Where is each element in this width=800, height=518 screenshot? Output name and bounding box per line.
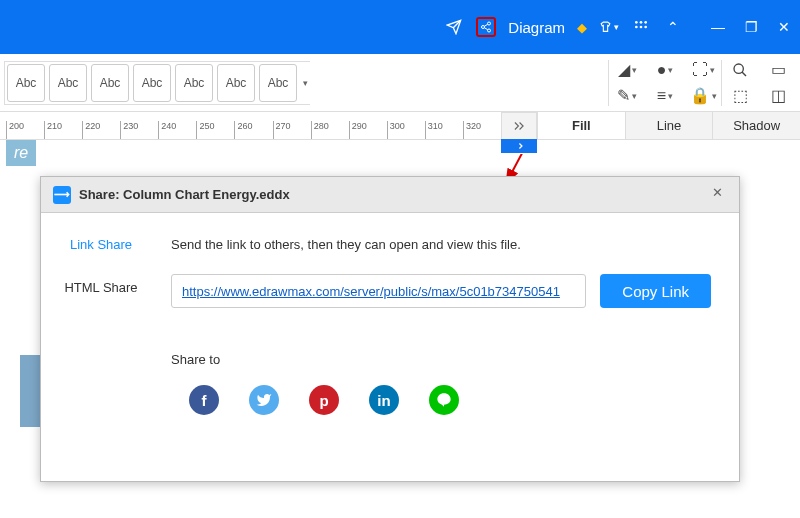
svg-point-1 — [482, 26, 485, 29]
share-url-input[interactable]: https://www.edrawmax.com/server/public/s… — [171, 274, 586, 308]
facebook-icon[interactable]: f — [189, 385, 219, 415]
ruler: 200210220230240250260270280290300310320 — [0, 112, 501, 140]
tab-fill[interactable]: Fill — [537, 112, 625, 139]
ruler-tick: 320 — [463, 121, 501, 139]
ruler-tick: 300 — [387, 121, 425, 139]
text-style-6[interactable]: Abc — [217, 64, 255, 102]
linkedin-icon[interactable]: in — [369, 385, 399, 415]
ruler-tick: 280 — [311, 121, 349, 139]
svg-point-0 — [488, 22, 491, 25]
crop-icon[interactable]: ⛶▾ — [693, 60, 713, 80]
zoom-selection-icon[interactable]: ◫ — [768, 86, 788, 106]
dialog-titlebar: ⟶ Share: Column Chart Energy.eddx ✕ — [41, 177, 739, 213]
ruler-tick: 260 — [234, 121, 272, 139]
sub-bar: 200210220230240250260270280290300310320 … — [0, 112, 800, 140]
text-style-7[interactable]: Abc — [259, 64, 297, 102]
close-window-button[interactable]: ✕ — [778, 20, 790, 34]
tab-line[interactable]: Line — [625, 112, 713, 139]
line-icon[interactable] — [429, 385, 459, 415]
copy-link-button[interactable]: Copy Link — [600, 274, 711, 308]
apps-icon[interactable] — [631, 17, 651, 37]
text-style-gallery: Abc Abc Abc Abc Abc Abc Abc ▾ — [4, 61, 310, 105]
share-to-label: Share to — [171, 352, 711, 367]
tab-shadow[interactable]: Shadow — [712, 112, 800, 139]
ruler-tick: 240 — [158, 121, 196, 139]
minimize-button[interactable]: — — [711, 20, 725, 34]
pen-icon[interactable]: ✎▾ — [617, 86, 637, 106]
text-style-1[interactable]: Abc — [7, 64, 45, 102]
send-icon[interactable] — [444, 17, 464, 37]
text-style-5[interactable]: Abc — [175, 64, 213, 102]
ruler-tick: 210 — [44, 121, 82, 139]
svg-line-10 — [511, 154, 596, 174]
share-icon[interactable] — [476, 17, 496, 37]
lineweight-icon[interactable]: ≡▾ — [655, 86, 675, 106]
app-logo-icon: ⟶ — [53, 186, 71, 204]
bucket-icon[interactable]: ◢▾ — [617, 60, 637, 80]
view-tools: ▭ ⬚ ◫ — [730, 60, 788, 106]
sidebar-html-share[interactable]: HTML Share — [64, 280, 137, 295]
titlebar-right: Diagram ◆ ▾ ⌃ — [444, 17, 683, 37]
share-description: Send the link to others, then they can o… — [171, 237, 711, 252]
svg-point-6 — [635, 26, 638, 29]
collapse-panel-button[interactable] — [501, 112, 537, 140]
svg-point-2 — [488, 29, 491, 32]
text-style-2[interactable]: Abc — [49, 64, 87, 102]
diagram-label[interactable]: Diagram — [508, 19, 565, 36]
share-dialog: ⟶ Share: Column Chart Energy.eddx ✕ Link… — [40, 176, 740, 482]
text-style-expand[interactable]: ▾ — [303, 78, 308, 88]
ruler-tick: 200 — [6, 121, 44, 139]
dialog-title: Share: Column Chart Energy.eddx — [79, 187, 699, 202]
svg-point-3 — [635, 21, 638, 24]
svg-point-9 — [734, 64, 743, 73]
panel-expand-arrow[interactable] — [501, 139, 537, 153]
shadow-icon[interactable]: ●▾ — [655, 60, 675, 80]
twitter-icon[interactable] — [249, 385, 279, 415]
svg-point-4 — [640, 21, 643, 24]
toolbar: Abc Abc Abc Abc Abc Abc Abc ▾ ◢▾ ●▾ ⛶▾ ✎… — [0, 54, 800, 112]
window-controls: — ❐ ✕ — [711, 20, 790, 34]
pinterest-icon[interactable]: p — [309, 385, 339, 415]
svg-point-5 — [644, 21, 647, 24]
svg-point-7 — [640, 26, 643, 29]
ruler-tick: 290 — [349, 121, 387, 139]
ruler-tick: 310 — [425, 121, 463, 139]
lock-icon[interactable]: 🔒▾ — [693, 86, 713, 106]
search-icon[interactable] — [730, 60, 750, 80]
ruler-tick: 270 — [273, 121, 311, 139]
fit-width-icon[interactable]: ⬚ — [730, 86, 750, 106]
sidebar-link-share[interactable]: Link Share — [70, 237, 132, 252]
ruler-tick: 220 — [82, 121, 120, 139]
premium-icon[interactable]: ◆ — [577, 20, 587, 35]
canvas-cut-label: re — [6, 140, 36, 166]
social-icons: f p in — [171, 385, 711, 415]
ruler-tick: 230 — [120, 121, 158, 139]
chevron-up-icon[interactable]: ⌃ — [663, 17, 683, 37]
fit-page-icon[interactable]: ▭ — [768, 60, 788, 80]
text-style-4[interactable]: Abc — [133, 64, 171, 102]
dialog-sidebar: Link Share HTML Share — [41, 213, 161, 481]
format-tabs: Fill Line Shadow — [537, 112, 800, 140]
ruler-tick: 250 — [196, 121, 234, 139]
svg-point-8 — [644, 26, 647, 29]
dialog-main: Send the link to others, then they can o… — [161, 213, 739, 481]
tshirt-icon[interactable]: ▾ — [599, 17, 619, 37]
restore-button[interactable]: ❐ — [745, 20, 758, 34]
titlebar: Diagram ◆ ▾ ⌃ — ❐ ✕ — [0, 0, 800, 54]
dialog-close-button[interactable]: ✕ — [707, 185, 727, 205]
fill-tools: ◢▾ ●▾ ⛶▾ ✎▾ ≡▾ 🔒▾ — [617, 60, 713, 106]
text-style-3[interactable]: Abc — [91, 64, 129, 102]
